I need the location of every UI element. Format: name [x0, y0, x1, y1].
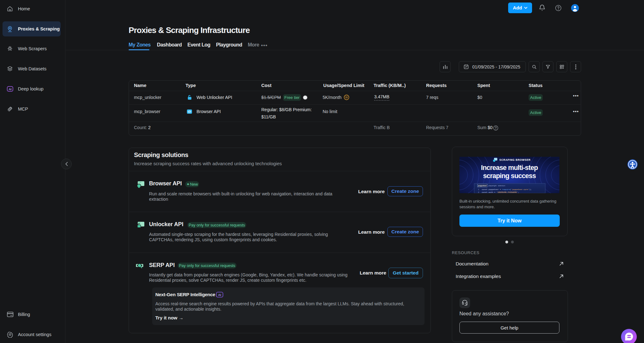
svg-text:selenium: selenium: [498, 185, 505, 187]
svg-text:Increase multi-step: Increase multi-step: [481, 164, 538, 172]
svg-text:const puppeteer = require('pup: const puppeteer = require('puppeteer-cor…: [482, 188, 531, 191]
svg-text:puppeteer: puppeteer: [478, 185, 487, 187]
svg-text:SCRAPING BROWSER: SCRAPING BROWSER: [499, 159, 530, 161]
svg-text:const auth = 'USERNAME:PASSWOR: const auth = 'USERNAME:PASSWORD';: [482, 191, 519, 193]
svg-text:2: 2: [478, 191, 479, 193]
svg-text:1: 1: [478, 188, 479, 191]
svg-text:AI: AI: [218, 293, 221, 297]
svg-text:playwright: playwright: [488, 185, 497, 187]
svg-text:AI: AI: [8, 88, 11, 91]
svg-text:scraping success: scraping success: [483, 172, 536, 180]
